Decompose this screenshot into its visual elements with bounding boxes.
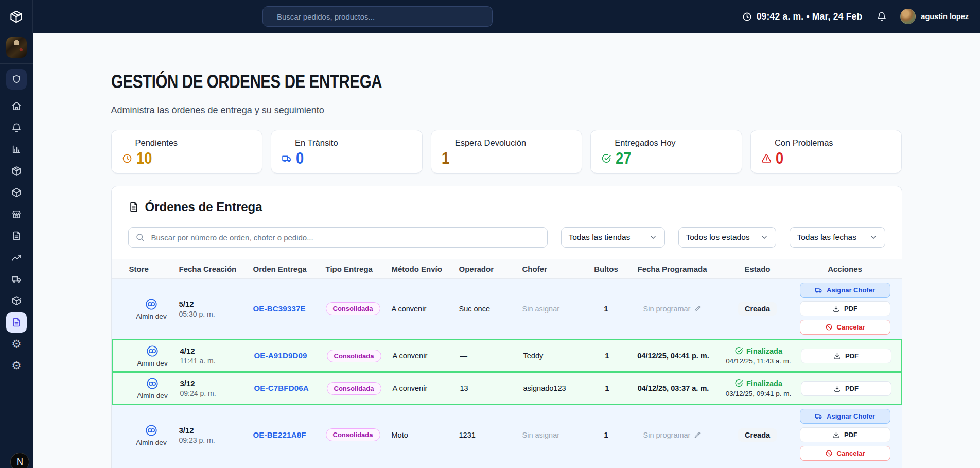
stat-label: Pendientes bbox=[122, 138, 252, 148]
sidebar-item-trending-up[interactable] bbox=[6, 248, 27, 267]
estado-badge: Creada bbox=[738, 302, 777, 316]
settings-icon: ⚙ bbox=[12, 360, 22, 371]
fecha-programada-value: 04/12/25, 03:37 a. m. bbox=[638, 384, 709, 392]
table-row: Aimin dev3/1209:23 p. m.OE-BE221A8FConso… bbox=[112, 405, 902, 465]
main-content: GESTIÓN DE ORDENES DE ENTREGA Administra… bbox=[33, 33, 980, 468]
filter-estados[interactable]: Todos los estados bbox=[678, 227, 776, 248]
orders-search-input[interactable] bbox=[150, 233, 540, 242]
download-icon bbox=[832, 305, 840, 313]
sidebar: ⚙⚙ bbox=[0, 33, 33, 468]
col-operador: Operador bbox=[459, 265, 522, 273]
col-tipo-entrega: Tipo Entrega bbox=[326, 265, 392, 273]
download-icon bbox=[832, 431, 840, 439]
truck-icon bbox=[282, 153, 292, 164]
pdf-button[interactable]: PDF bbox=[800, 427, 890, 442]
filter-estados-value: Todos los estados bbox=[686, 233, 750, 242]
fecha-creacion-dia: 3/12 bbox=[179, 426, 253, 435]
fecha-programada-value: 04/12/25, 04:41 p. m. bbox=[637, 352, 709, 360]
user-avatar[interactable] bbox=[900, 9, 916, 24]
assign-button-label: Asignar Chofer bbox=[827, 286, 875, 294]
col-orden-entrega: Orden Entrega bbox=[253, 265, 326, 273]
bar-chart-icon bbox=[11, 144, 22, 154]
page-subtitle: Administra las órdenes de entrega y su s… bbox=[111, 105, 902, 116]
order-link[interactable]: OE-C7BFD06A bbox=[254, 384, 309, 392]
pdf-button[interactable]: PDF bbox=[801, 349, 891, 363]
order-link[interactable]: OE-BC39337E bbox=[253, 304, 306, 313]
pdf-button-label: PDF bbox=[844, 305, 857, 313]
truck-icon bbox=[815, 286, 822, 294]
dev-tools-badge[interactable]: N bbox=[10, 453, 29, 468]
bultos: 1 bbox=[605, 384, 609, 392]
sidebar-item-bar-chart[interactable] bbox=[6, 140, 27, 159]
stat-card-entregados-hoy: Entregados Hoy 27 bbox=[590, 130, 742, 174]
sidebar-item-package[interactable] bbox=[6, 162, 27, 180]
sidebar-item-settings[interactable]: ⚙ bbox=[6, 356, 27, 375]
fecha-programada: Sin programar bbox=[643, 431, 702, 439]
table-row: Aimin dev3/1209:24 p. m.OE-C7BFD06AConso… bbox=[112, 372, 902, 405]
stat-value: 0 bbox=[776, 150, 783, 166]
clock-icon bbox=[742, 12, 752, 22]
filter-tiendas[interactable]: Todas las tiendas bbox=[561, 227, 665, 248]
stat-label: Con Problemas bbox=[761, 138, 891, 148]
orders-search[interactable] bbox=[128, 227, 548, 248]
fecha-programada-value: Sin programar bbox=[643, 431, 691, 439]
orders-panel: Órdenes de Entrega Todas las tiendas Tod… bbox=[111, 186, 902, 468]
sidebar-item-package-check[interactable] bbox=[6, 291, 27, 310]
sidebar-item-settings[interactable]: ⚙ bbox=[6, 335, 27, 353]
trending-up-icon bbox=[11, 252, 22, 263]
filter-fechas[interactable]: Todas las fechas bbox=[790, 227, 885, 248]
pencil-icon[interactable] bbox=[694, 305, 701, 313]
order-link[interactable]: OE-A91D9D09 bbox=[254, 351, 307, 360]
tipo-entrega-badge: Consolidada bbox=[326, 428, 380, 441]
workspace-avatar[interactable] bbox=[6, 37, 27, 58]
sidebar-item-file-text[interactable] bbox=[6, 312, 27, 333]
filter-tiendas-value: Todas las tiendas bbox=[569, 233, 631, 242]
sidebar-divider bbox=[0, 63, 33, 64]
sidebar-item-truck[interactable] bbox=[6, 270, 27, 288]
download-icon bbox=[833, 352, 841, 360]
operador: — bbox=[460, 352, 468, 360]
check-circle-icon bbox=[601, 153, 611, 164]
check-circle-icon bbox=[734, 379, 743, 388]
stat-card-en-transito: En Tránsito 0 bbox=[271, 130, 423, 174]
col-acciones: Acciones bbox=[796, 265, 894, 273]
fecha-creacion-hora: 09:24 p. m. bbox=[180, 389, 254, 397]
pdf-button[interactable]: PDF bbox=[801, 381, 891, 396]
stat-value: 0 bbox=[296, 150, 304, 166]
sidebar-item-file-text[interactable] bbox=[6, 227, 27, 245]
search-icon bbox=[135, 233, 145, 242]
cancel-button[interactable]: Cancelar bbox=[800, 320, 890, 335]
user-name: agustin lopez bbox=[921, 12, 969, 21]
chofer: Sin asignar bbox=[522, 431, 560, 439]
pencil-icon[interactable] bbox=[694, 431, 701, 439]
sidebar-item-shield[interactable] bbox=[6, 69, 27, 90]
package-logo-icon bbox=[9, 10, 23, 24]
global-search[interactable] bbox=[262, 6, 493, 27]
bultos: 1 bbox=[605, 351, 609, 360]
fecha-programada: 04/12/25, 04:41 p. m. bbox=[637, 352, 709, 360]
sidebar-item-cube[interactable] bbox=[6, 183, 27, 202]
pdf-button[interactable]: PDF bbox=[800, 301, 890, 316]
stat-value: 1 bbox=[442, 150, 449, 166]
global-search-input[interactable] bbox=[276, 12, 485, 22]
topbar-right: 09:42 a. m. • Mar, 24 Feb agustin lopez bbox=[742, 9, 980, 24]
sidebar-item-store[interactable] bbox=[6, 205, 27, 223]
cancel-button[interactable]: Cancelar bbox=[800, 446, 890, 461]
assign-button[interactable]: Asignar Chofer bbox=[800, 409, 890, 424]
app-logo[interactable] bbox=[0, 0, 33, 33]
orders-heading-label: Órdenes de Entrega bbox=[145, 200, 262, 214]
shield-icon bbox=[11, 74, 22, 84]
sidebar-item-home[interactable] bbox=[6, 97, 27, 115]
assign-button[interactable]: Asignar Chofer bbox=[800, 283, 890, 298]
notifications-button[interactable] bbox=[877, 11, 887, 22]
operador: 1231 bbox=[459, 431, 476, 439]
sidebar-item-bell[interactable] bbox=[6, 118, 27, 137]
fecha-creacion-dia: 5/12 bbox=[179, 300, 253, 308]
col-store: Store bbox=[124, 265, 179, 273]
order-link[interactable]: OE-BE221A8F bbox=[253, 430, 306, 439]
col-metodo-envio: Método Envío bbox=[392, 265, 459, 273]
fecha-creacion-hora: 05:30 p. m. bbox=[179, 310, 253, 318]
store-cell: Aimin dev bbox=[124, 298, 179, 320]
table-body: Aimin dev5/1205:30 p. m.OE-BC39337EConso… bbox=[112, 279, 902, 468]
col-bultos: Bultos bbox=[587, 265, 626, 273]
